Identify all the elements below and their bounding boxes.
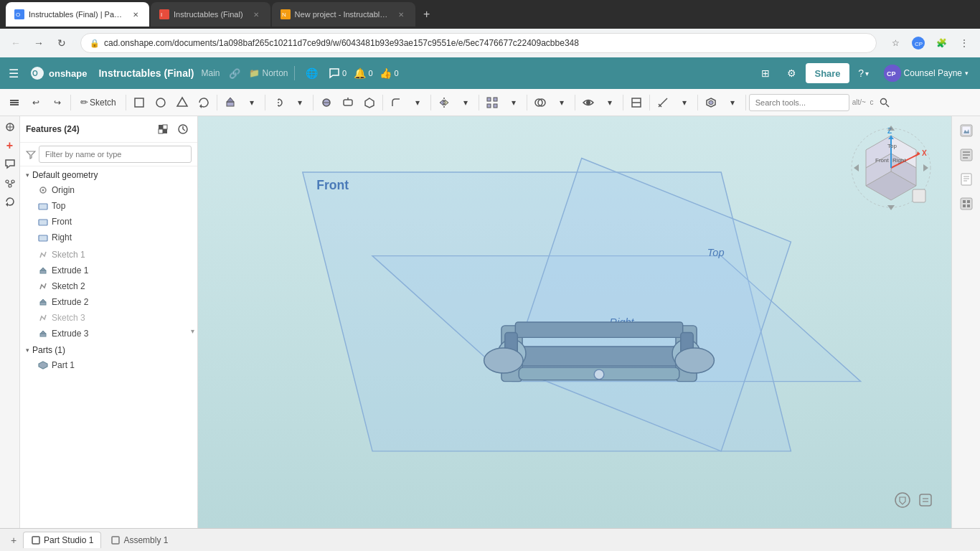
user-menu-button[interactable]: CP Counsel Payne ▾: [878, 62, 974, 85]
redo-button[interactable]: ↪: [47, 93, 67, 113]
tree-item-extrude2[interactable]: Extrude 2: [20, 294, 197, 310]
globe-icon[interactable]: 🌐: [301, 62, 324, 85]
svg-rect-108: [913, 189, 925, 202]
forward-button[interactable]: →: [29, 33, 49, 53]
properties-button[interactable]: [955, 143, 978, 166]
filter-input[interactable]: [39, 146, 192, 163]
notification-icon-btn[interactable]: 🔔 0: [352, 62, 375, 85]
svg-rect-15: [135, 98, 143, 107]
menu-hamburger-icon[interactable]: ☰: [6, 64, 22, 83]
tools-icon[interactable]: [4, 93, 24, 113]
browser-tab-1[interactable]: O Instructables (Final) | Part Studi... …: [6, 2, 149, 27]
tab-close-3[interactable]: ✕: [395, 9, 407, 20]
comment-count: 0: [342, 69, 347, 77]
like-icon-btn[interactable]: 👍 0: [378, 62, 401, 85]
browser-tab-2[interactable]: I Instructables (Final) ✕: [151, 2, 270, 27]
orientation-cube[interactable]: X Z Front Right Top: [848, 125, 934, 211]
tool-fillet[interactable]: [386, 93, 406, 113]
assembly-tab[interactable]: Assembly 1: [103, 532, 176, 548]
tool-pattern[interactable]: [482, 93, 502, 113]
tool-render[interactable]: [701, 93, 721, 113]
tool-view[interactable]: [578, 93, 598, 113]
mini-tool-comment[interactable]: [2, 156, 18, 172]
new-tab-button[interactable]: +: [417, 4, 437, 24]
tree-item-part1[interactable]: Part 1: [20, 357, 197, 373]
tool-revolve[interactable]: [268, 93, 288, 113]
tool-misc1[interactable]: [316, 93, 336, 113]
mini-tool-group[interactable]: [2, 175, 18, 191]
profile-button[interactable]: CP: [908, 33, 928, 53]
back-button[interactable]: ←: [6, 33, 26, 53]
default-geometry-header[interactable]: ▾ Default geometry: [20, 168, 197, 182]
tool-revolve-dropdown[interactable]: ▾: [290, 93, 310, 113]
tool-misc2[interactable]: [338, 93, 358, 113]
tree-item-right[interactable]: Right: [20, 230, 197, 245]
search-tools-input[interactable]: [749, 94, 849, 111]
tool-render-dropdown[interactable]: ▾: [722, 93, 743, 113]
tree-item-front[interactable]: Front: [20, 214, 197, 230]
bookmark-icon[interactable]: ☆: [885, 33, 905, 53]
tool-mirror-dropdown[interactable]: ▾: [456, 93, 476, 113]
tool-pattern-dropdown[interactable]: ▾: [504, 93, 524, 113]
parts-header[interactable]: ▾ Parts (1): [20, 343, 197, 357]
secondary-toolbar: ↩ ↪ ✏ Sketch ▾ ▾: [0, 89, 980, 116]
tool-boolean-dropdown[interactable]: ▾: [552, 93, 572, 113]
tool-extrude-dropdown[interactable]: ▾: [242, 93, 262, 113]
mini-tool-add[interactable]: +: [2, 138, 18, 154]
tool-fillet-dropdown[interactable]: ▾: [407, 93, 428, 113]
add-tab-button[interactable]: +: [6, 532, 22, 548]
tree-item-extrude1[interactable]: Extrude 1: [20, 263, 197, 278]
tool-misc3[interactable]: [359, 93, 380, 113]
custom-button[interactable]: [955, 192, 978, 215]
mini-tool-1[interactable]: [2, 119, 18, 135]
viewport[interactable]: Front Top Right: [198, 116, 951, 528]
toolbar-separator-1: [294, 66, 295, 80]
tree-item-sketch2[interactable]: Sketch 2: [20, 278, 197, 294]
search-tools-icon[interactable]: [875, 93, 895, 113]
features-clock-icon[interactable]: [174, 121, 192, 138]
help-icon[interactable]: ? ▾: [852, 62, 875, 85]
pin-button-1[interactable]: [894, 491, 911, 511]
tree-item-sketch1[interactable]: Sketch 1: [20, 247, 197, 263]
features-history-icon[interactable]: [154, 121, 171, 138]
part-studio-tab[interactable]: Part Studio 1: [23, 532, 101, 548]
default-geometry-label: Default geometry: [32, 170, 98, 180]
sketch-button[interactable]: ✏ Sketch: [74, 93, 123, 113]
part-1-icon: [37, 359, 49, 371]
tool-measure-dropdown[interactable]: ▾: [674, 93, 694, 113]
tool-rotate[interactable]: [194, 93, 214, 113]
pin-button-2[interactable]: [917, 491, 934, 511]
undo-button[interactable]: ↩: [26, 93, 46, 113]
reload-button[interactable]: ↻: [52, 33, 72, 53]
tool-box-1[interactable]: [129, 93, 149, 113]
tool-view-dropdown[interactable]: ▾: [600, 93, 620, 113]
tool-boolean[interactable]: [530, 93, 550, 113]
mini-tool-refresh[interactable]: [2, 194, 18, 209]
extension-icon[interactable]: 🧩: [931, 33, 951, 53]
address-bar[interactable]: 🔒 cad.onshape.com/documents/1a098baf265c…: [80, 33, 877, 53]
tab-close-2[interactable]: ✕: [250, 9, 262, 20]
render-preview-button[interactable]: [955, 119, 978, 142]
comment-icon-btn[interactable]: 0: [326, 62, 349, 85]
notes-button[interactable]: [955, 168, 978, 191]
settings-icon[interactable]: ⚙: [780, 62, 803, 85]
browser-tab-3[interactable]: N New project - Instructables ✕: [272, 2, 415, 27]
tool-circle-1[interactable]: [151, 93, 171, 113]
tree-item-origin[interactable]: Origin: [20, 182, 197, 198]
onshape-logo[interactable]: O onshape: [24, 66, 93, 80]
tab-close-1[interactable]: ✕: [131, 9, 141, 20]
share-button[interactable]: Share: [806, 63, 849, 83]
tool-extrude[interactable]: [220, 93, 240, 113]
svg-marker-96: [916, 151, 920, 156]
tool-mirror[interactable]: [434, 93, 454, 113]
tool-cross-section[interactable]: [626, 93, 646, 113]
menu-button[interactable]: ⋮: [954, 33, 974, 53]
tool-measure[interactable]: [653, 93, 673, 113]
grid-icon[interactable]: ⊞: [754, 62, 777, 85]
tree-item-extrude3[interactable]: Extrude 3 ▾: [20, 326, 197, 342]
tree-item-sketch3[interactable]: Sketch 3: [20, 310, 197, 326]
tree-item-top[interactable]: Top: [20, 198, 197, 214]
svg-line-42: [886, 104, 889, 107]
tool-3d-1[interactable]: [172, 93, 192, 113]
link-icon[interactable]: 🔗: [223, 62, 246, 85]
